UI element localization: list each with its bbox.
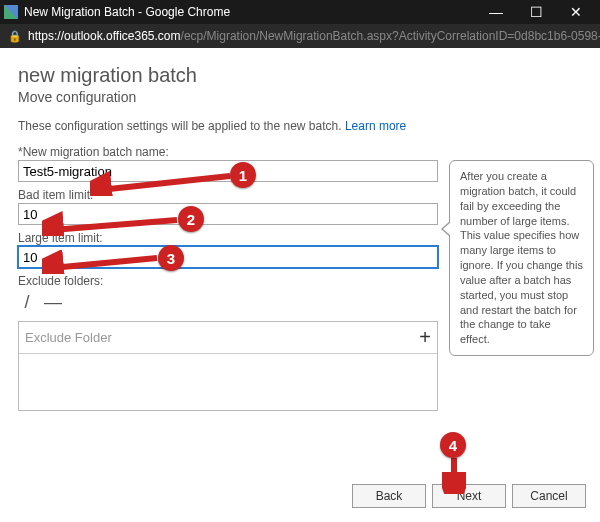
- window-favicon: [4, 5, 18, 19]
- svg-line-0: [100, 176, 230, 190]
- exclude-label: Exclude folders:: [18, 274, 438, 288]
- remove-icon[interactable]: —: [44, 292, 62, 313]
- edit-icon[interactable]: /: [18, 292, 36, 313]
- address-path: /ecp/Migration/NewMigrationBatch.aspx?Ac…: [181, 29, 600, 43]
- batch-name-label: *New migration batch name:: [18, 145, 438, 159]
- annotation-badge-1: 1: [230, 162, 256, 188]
- svg-line-1: [52, 220, 177, 230]
- annotation-badge-3: 3: [158, 245, 184, 271]
- page-description-text: These configuration settings will be app…: [18, 119, 345, 133]
- window-close[interactable]: ✕: [556, 4, 596, 20]
- window-title: New Migration Batch - Google Chrome: [24, 5, 476, 19]
- annotation-arrow-1: [90, 166, 235, 196]
- large-item-tooltip: After you create a migration batch, it c…: [449, 160, 594, 356]
- svg-line-2: [52, 258, 157, 268]
- annotation-badge-4: 4: [440, 432, 466, 458]
- page-heading: new migration batch: [18, 64, 582, 87]
- annotation-arrow-2: [42, 210, 182, 236]
- window-titlebar: New Migration Batch - Google Chrome — ☐ …: [0, 0, 600, 24]
- exclude-folder-placeholder: Exclude Folder: [25, 330, 112, 345]
- exclude-folder-box: Exclude Folder +: [18, 321, 438, 411]
- window-maximize[interactable]: ☐: [516, 4, 556, 20]
- address-host: https://outlook.office365.com: [28, 29, 181, 43]
- window-minimize[interactable]: —: [476, 4, 516, 20]
- lock-icon: 🔒: [8, 30, 22, 43]
- page-subtitle: Move configuration: [18, 89, 582, 105]
- annotation-arrow-4: [442, 456, 466, 494]
- wizard-buttons: Back Next Cancel: [352, 484, 586, 508]
- learn-more-link[interactable]: Learn more: [345, 119, 406, 133]
- address-bar[interactable]: 🔒 https://outlook.office365.com /ecp/Mig…: [0, 24, 600, 48]
- back-button[interactable]: Back: [352, 484, 426, 508]
- annotation-badge-2: 2: [178, 206, 204, 232]
- annotation-arrow-3: [42, 250, 162, 274]
- add-folder-icon[interactable]: +: [419, 326, 431, 349]
- cancel-button[interactable]: Cancel: [512, 484, 586, 508]
- tooltip-text: After you create a migration batch, it c…: [460, 170, 583, 345]
- page-description: These configuration settings will be app…: [18, 119, 582, 133]
